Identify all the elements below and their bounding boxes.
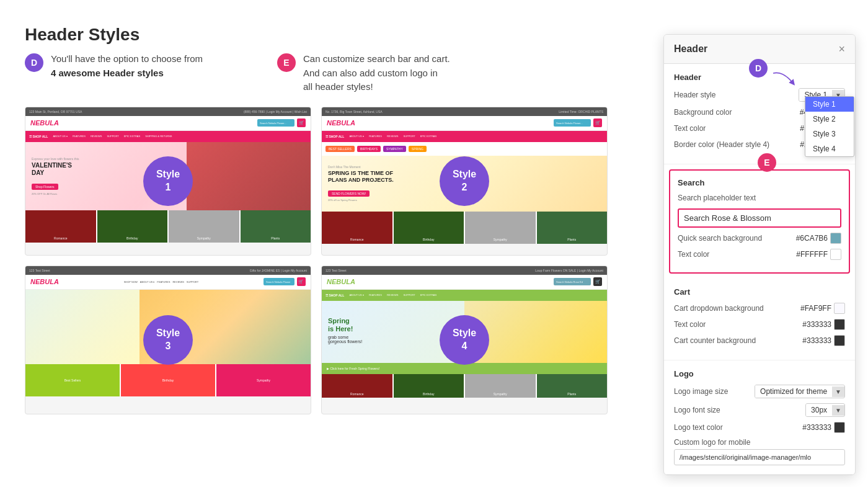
style-3-preview: 123 Test Street Gifts for JASMINE ES | L… <box>25 266 311 414</box>
logo-font-size-row: Logo font size 30px ▼ <box>674 403 845 417</box>
quick-search-bg-row: Quick search background #6CA7B6 <box>678 233 841 244</box>
d-arrow <box>768 68 799 93</box>
cart-bg-label: Cart dropdown background <box>674 304 764 313</box>
custom-logo-mobile-label: Custom logo for mobile <box>674 438 845 447</box>
logo-font-size-select[interactable]: 30px ▼ <box>805 403 845 417</box>
logo-text-color-swatch[interactable] <box>834 422 845 433</box>
marker-e-circle: E <box>277 53 296 72</box>
style-4-preview: 123 Test Street Loup Farm Flowers ON SAL… <box>321 266 608 414</box>
search-text-color-value: #FFFFFF <box>796 249 841 260</box>
logo-text-color-label: Logo text color <box>674 423 723 432</box>
cart-bg-row: Cart dropdown background #FAF9FF <box>674 303 845 314</box>
custom-logo-mobile-input[interactable] <box>674 449 845 465</box>
logo-font-select-arrow-icon: ▼ <box>832 405 844 416</box>
cart-section: Cart Cart dropdown background #FAF9FF Te… <box>664 279 855 360</box>
style-2-preview: No. 1736, Big Town Street, Ashland, USA … <box>321 107 608 256</box>
styles-grid: 123 Main St, Portland, OR 97701 USA (888… <box>25 107 608 414</box>
logo-image-size-value: Optimized for theme <box>755 385 832 398</box>
search-text-color-row: Text color #FFFFFF <box>678 249 841 260</box>
cart-text-color-row: Text color #333333 <box>674 319 845 330</box>
logo-select-arrow-icon: ▼ <box>832 386 844 397</box>
cart-counter-bg-row: Cart counter background #333333 <box>674 335 845 346</box>
main-content: Header Styles D You'll have the option t… <box>0 0 632 427</box>
style-2-option[interactable]: Style 2 <box>805 112 854 127</box>
border-color-label: Border color (Header style 4) <box>674 140 769 149</box>
style-1-preview: 123 Main St, Portland, OR 97701 USA (888… <box>25 107 311 256</box>
section-markers: D You'll have the option to choose from … <box>25 52 608 94</box>
logo-section: Logo Logo image size Optimized for theme… <box>664 360 855 475</box>
search-placeholder-label: Search placeholder text <box>678 194 841 202</box>
bg-color-label: Background color <box>674 108 732 117</box>
logo-text-color-value: #333333 <box>802 422 845 433</box>
style-3-option[interactable]: Style 3 <box>805 127 854 141</box>
style-4-badge: Style4 <box>440 315 489 365</box>
cart-counter-bg-swatch[interactable] <box>834 335 845 346</box>
quick-search-bg-value: #6CA7B6 <box>796 233 841 244</box>
custom-logo-mobile-row: Custom logo for mobile <box>674 438 845 465</box>
panel-close-button[interactable]: × <box>838 43 845 55</box>
search-text-color-label: Text color <box>678 250 709 259</box>
marker-d-text: You'll have the option to choose from 4 … <box>51 52 203 80</box>
cart-section-title: Cart <box>674 287 845 297</box>
style-1-option[interactable]: Style 1 <box>805 97 854 112</box>
logo-image-size-select[interactable]: Optimized for theme ▼ <box>755 385 845 398</box>
page-title: Header Styles <box>25 25 608 45</box>
style-2-badge: Style2 <box>440 156 489 206</box>
cart-bg-swatch[interactable] <box>834 303 845 314</box>
header-style-label: Header style <box>674 91 715 99</box>
search-placeholder-row: Search placeholder text <box>678 194 841 228</box>
logo-font-size-value: 30px <box>806 404 832 416</box>
e-badge-panel: E <box>758 153 776 172</box>
marker-e: E Can customize search bar and cart. And… <box>277 52 450 94</box>
d-badge-panel: D <box>749 59 768 78</box>
cart-text-color-value: #333333 <box>802 319 845 330</box>
text-color-label: Text color <box>674 124 706 133</box>
search-section-highlighted: Search Search placeholder text Quick sea… <box>669 169 850 274</box>
logo-image-size-row: Logo image size Optimized for theme ▼ <box>674 385 845 398</box>
search-text-color-swatch[interactable] <box>830 249 841 260</box>
logo-font-size-label: Logo font size <box>674 406 720 414</box>
quick-search-bg-label: Quick search background <box>678 234 762 243</box>
cart-text-color-label: Text color <box>674 320 706 329</box>
cart-counter-bg-value: #333333 <box>802 335 845 346</box>
search-section-title: Search <box>678 178 841 187</box>
logo-image-size-label: Logo image size <box>674 387 728 396</box>
marker-e-text: Can customize search bar and cart. And c… <box>303 52 450 94</box>
style-3-badge: Style3 <box>143 315 193 365</box>
cart-text-color-swatch[interactable] <box>834 319 845 330</box>
marker-d: D You'll have the option to choose from … <box>25 52 203 94</box>
cart-counter-bg-label: Cart counter background <box>674 336 756 345</box>
marker-d-circle: D <box>25 53 43 72</box>
cart-bg-value: #FAF9FF <box>800 303 845 314</box>
quick-search-bg-swatch[interactable] <box>830 233 841 244</box>
logo-text-color-row: Logo text color #333333 <box>674 422 845 433</box>
panel-title: Header <box>674 43 707 55</box>
style-1-badge: Style1 <box>143 156 193 206</box>
style-4-option[interactable]: Style 4 <box>805 141 854 156</box>
logo-section-title: Logo <box>674 369 845 378</box>
style-dropdown: Style 1 Style 2 Style 3 Style 4 <box>805 96 854 157</box>
search-placeholder-input[interactable] <box>678 208 841 228</box>
